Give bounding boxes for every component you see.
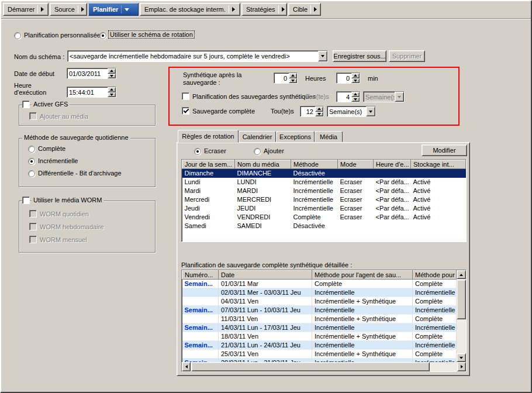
column-header[interactable]: Date (219, 271, 312, 280)
radio-utiliser-schema-rotation[interactable] (99, 32, 106, 39)
table-cell: Désactivée (291, 169, 338, 178)
spin-down-button[interactable] (315, 112, 323, 117)
table-row[interactable]: 18/03/11 VenIncrémentielle + Synthétique… (182, 332, 457, 341)
table-row[interactable]: MercrediMERCREDIIncrémentielleEcraser<Pa… (182, 195, 466, 204)
spin-up-button[interactable] (108, 68, 116, 74)
radio-ecraser[interactable] (194, 148, 201, 155)
table-cell: Semain... (182, 323, 219, 332)
full-unit-combobox[interactable]: Semaine(s) (327, 106, 376, 117)
spin-up-button[interactable] (351, 73, 360, 78)
arrow-down-icon (110, 94, 113, 96)
table-row[interactable]: Semain...01/03/11 MarComplèteComplète (182, 280, 457, 288)
vertical-scrollbar[interactable] (457, 270, 466, 362)
radio-complete[interactable] (28, 146, 35, 153)
schedule-unit-combobox[interactable]: Semaine(s) (363, 91, 405, 102)
table-cell: Complète (413, 315, 457, 323)
table-row[interactable]: 25/03/11 VenIncrémentielle + Synthétique… (182, 350, 457, 358)
worm-hebdomadaire-checkbox[interactable] (29, 223, 37, 230)
radio-ajouter[interactable] (254, 148, 261, 155)
column-header[interactable]: Heure d'e... (374, 160, 411, 169)
full-interval-field[interactable]: 12 (300, 106, 324, 117)
table-row[interactable]: JeudiJEUDIIncrémentielleEcraser<Par défa… (182, 204, 466, 213)
radio-differentielle[interactable] (28, 170, 35, 177)
tab-media[interactable]: Média (315, 131, 343, 142)
modify-button[interactable]: Modifier (422, 144, 467, 156)
column-header[interactable]: Numéro... (182, 271, 219, 280)
synthetic-minutes-field[interactable]: 0 (336, 73, 360, 84)
wizard-tab-strategies[interactable]: Stratégies (241, 3, 287, 16)
tab-exceptions[interactable]: Exceptions (276, 131, 315, 142)
exec-time-field[interactable]: 15:44:01 (67, 87, 116, 98)
table-cell: 11/03/11 Ven (219, 315, 312, 323)
scroll-up-button[interactable] (457, 270, 466, 279)
worm-mensuel-checkbox[interactable] (29, 236, 37, 243)
table-row[interactable]: 04/03/11 VenIncrémentielle + Synthétique… (182, 297, 457, 306)
spin-up-button[interactable] (289, 73, 297, 78)
wizard-tab-cible[interactable]: Cible (288, 3, 321, 16)
spin-down-button[interactable] (108, 92, 116, 98)
synthetic-hours-field[interactable]: 0 (274, 73, 298, 84)
table-cell: Complète (413, 280, 457, 288)
spin-up-button[interactable] (315, 106, 323, 112)
start-date-field[interactable]: 01/03/2011 (67, 68, 116, 79)
table-row[interactable]: Semain...21/03/11 Lun - 24/03/11 JeuIncr… (182, 341, 457, 350)
table-row[interactable]: DimancheDIMANCHEDésactivée (182, 169, 466, 178)
dropdown-arrow-button[interactable] (366, 106, 375, 116)
wizard-tab-stockage-interm[interactable]: Emplac. de stockage interm. (140, 3, 240, 16)
spin-up-button[interactable] (351, 92, 360, 97)
table-row[interactable]: Semain...07/03/11 Lun - 10/03/11 JeuIncr… (182, 306, 457, 315)
delete-button[interactable]: Supprimer (389, 50, 425, 62)
column-header[interactable]: Jour de la sem... (182, 160, 235, 169)
wizard-tab-demarrer[interactable]: Démarrer (3, 3, 49, 16)
column-header[interactable]: Stockage int... (411, 160, 466, 169)
spin-down-button[interactable] (108, 74, 116, 79)
table-row[interactable]: Semain...14/03/11 Lun - 17/03/11 JeuIncr… (182, 323, 457, 332)
horizontal-scrollbar[interactable] (182, 362, 466, 371)
full-backup-checkbox[interactable] (182, 107, 189, 115)
table-cell: Semain... (182, 341, 219, 350)
table-cell: Complète (413, 350, 457, 358)
tab-regles-de-rotation[interactable]: Règles de rotation (178, 130, 239, 143)
radio-label-differentielle: Différentielle - Bit d'archivage (38, 170, 122, 177)
gfs-enable-checkbox[interactable] (22, 101, 30, 108)
table-cell: Incrémentielle + Synthétique (312, 315, 413, 323)
worm-quotidien-checkbox[interactable] (29, 210, 37, 218)
field-value: 4 (337, 94, 351, 101)
horizontal-scrollbar-thumb[interactable] (191, 362, 430, 371)
dropdown-arrow-button[interactable] (318, 51, 327, 61)
schema-name-combobox[interactable]: <sauvegarde incrémentielle hebdomadaire … (67, 50, 328, 62)
column-header[interactable]: Méthode pour l'ag... (413, 271, 457, 280)
column-header[interactable]: Méthode pour l'agent de sau... (312, 271, 413, 280)
table-row[interactable]: VendrediVENDREDIComplèteEcraser<Par défa… (182, 213, 466, 222)
table-cell: VENDREDI (235, 213, 291, 222)
dropdown-arrow-button[interactable] (395, 92, 404, 102)
table-row[interactable]: MardiMARDIIncrémentielleEcraser<Par défa… (182, 187, 466, 195)
spin-down-button[interactable] (351, 78, 360, 84)
spin-down-button[interactable] (351, 97, 360, 102)
save-as-button[interactable]: Enregistrer sous... (333, 50, 386, 62)
gfs-append-checkbox[interactable] (29, 112, 37, 120)
wizard-tab-source[interactable]: Source (50, 3, 87, 16)
table-row[interactable]: 02/03/11 Mer - 03/03/11 JeuIncrémentiell… (182, 288, 457, 297)
radio-planification-personnalisee[interactable] (14, 32, 21, 39)
worm-enable-checkbox[interactable] (22, 196, 30, 204)
scroll-right-button[interactable] (457, 362, 466, 371)
column-header[interactable]: Nom du média (235, 160, 291, 169)
vertical-scrollbar-thumb[interactable] (457, 280, 466, 319)
schedule-interval-field[interactable]: 4 (336, 91, 360, 102)
table-row[interactable]: LundiLUNDIIncrémentielleEcraser<Par défa… (182, 178, 466, 187)
radio-incrementielle[interactable] (28, 158, 35, 165)
tab-calendrier[interactable]: Calendrier (239, 131, 276, 142)
table-row[interactable]: 11/03/11 VenIncrémentielle + Synthétique… (182, 315, 457, 323)
spin-down-button[interactable] (289, 78, 297, 84)
wizard-tab-planifier[interactable]: Planifier (88, 3, 139, 16)
scroll-down-button[interactable] (457, 353, 466, 362)
synthetic-schedule-checkbox[interactable] (182, 92, 189, 100)
table-row[interactable]: SamediSAMEDIDésactivée (182, 222, 466, 230)
table-cell: Activé (411, 213, 466, 222)
column-header[interactable]: Méthode (291, 160, 338, 169)
table-cell: Complète (291, 213, 338, 222)
column-header[interactable]: Mode (338, 160, 374, 169)
spin-up-button[interactable] (108, 87, 116, 92)
scroll-left-button[interactable] (182, 362, 191, 371)
